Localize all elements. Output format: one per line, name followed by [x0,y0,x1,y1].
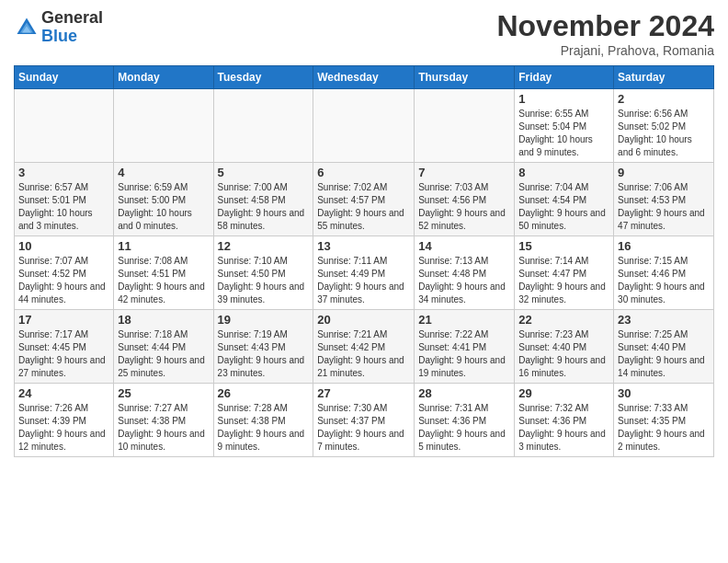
logo-text: General Blue [41,9,103,46]
day-info: Sunrise: 7:13 AM Sunset: 4:48 PM Dayligh… [418,255,510,306]
week-row-0: 1Sunrise: 6:55 AM Sunset: 5:04 PM Daylig… [15,89,714,163]
day-info: Sunrise: 7:26 AM Sunset: 4:39 PM Dayligh… [18,402,109,454]
day-info: Sunrise: 7:23 AM Sunset: 4:40 PM Dayligh… [518,328,609,380]
day-cell: 22Sunrise: 7:23 AM Sunset: 4:40 PM Dayli… [515,310,614,384]
day-number: 5 [218,166,310,179]
day-number: 11 [118,239,209,253]
day-info: Sunrise: 7:27 AM Sunset: 4:38 PM Dayligh… [118,402,209,454]
day-info: Sunrise: 7:14 AM Sunset: 4:47 PM Dayligh… [518,255,609,306]
day-cell: 2Sunrise: 6:56 AM Sunset: 5:02 PM Daylig… [614,89,714,163]
day-cell: 3Sunrise: 6:57 AM Sunset: 5:01 PM Daylig… [15,163,114,236]
day-info: Sunrise: 7:04 AM Sunset: 4:54 PM Dayligh… [518,181,609,233]
day-cell: 16Sunrise: 7:15 AM Sunset: 4:46 PM Dayli… [614,236,714,310]
day-number: 14 [418,239,510,253]
day-info: Sunrise: 6:59 AM Sunset: 5:00 PM Dayligh… [118,181,209,233]
day-cell: 10Sunrise: 7:07 AM Sunset: 4:52 PM Dayli… [15,236,114,310]
day-cell [313,89,415,163]
day-cell: 19Sunrise: 7:19 AM Sunset: 4:43 PM Dayli… [213,310,313,384]
day-number: 28 [418,386,510,400]
logo-icon [14,15,40,40]
day-number: 10 [18,239,109,253]
day-cell: 26Sunrise: 7:28 AM Sunset: 4:38 PM Dayli… [213,384,313,457]
day-info: Sunrise: 7:31 AM Sunset: 4:36 PM Dayligh… [418,402,510,454]
day-cell: 6Sunrise: 7:02 AM Sunset: 4:57 PM Daylig… [313,163,415,236]
day-cell: 7Sunrise: 7:03 AM Sunset: 4:56 PM Daylig… [415,163,515,236]
day-number: 29 [518,386,609,400]
day-number: 7 [418,166,510,179]
day-cell: 18Sunrise: 7:18 AM Sunset: 4:44 PM Dayli… [114,310,213,384]
day-info: Sunrise: 7:15 AM Sunset: 4:46 PM Dayligh… [618,255,710,306]
day-number: 8 [518,166,609,179]
day-number: 18 [118,313,209,327]
day-cell: 29Sunrise: 7:32 AM Sunset: 4:36 PM Dayli… [515,384,614,457]
day-cell: 23Sunrise: 7:25 AM Sunset: 4:40 PM Dayli… [614,310,714,384]
day-info: Sunrise: 7:18 AM Sunset: 4:44 PM Dayligh… [118,328,209,380]
day-info: Sunrise: 7:06 AM Sunset: 4:53 PM Dayligh… [618,181,710,233]
day-number: 1 [518,92,609,106]
day-cell [114,89,213,163]
day-cell: 17Sunrise: 7:17 AM Sunset: 4:45 PM Dayli… [15,310,114,384]
week-row-1: 3Sunrise: 6:57 AM Sunset: 5:01 PM Daylig… [15,163,714,236]
day-number: 22 [518,313,609,327]
day-info: Sunrise: 7:03 AM Sunset: 4:56 PM Dayligh… [418,181,510,233]
day-cell: 27Sunrise: 7:30 AM Sunset: 4:37 PM Dayli… [313,384,415,457]
day-cell: 21Sunrise: 7:22 AM Sunset: 4:41 PM Dayli… [415,310,515,384]
day-info: Sunrise: 7:28 AM Sunset: 4:38 PM Dayligh… [218,402,310,454]
day-info: Sunrise: 7:33 AM Sunset: 4:35 PM Dayligh… [618,402,710,454]
day-number: 13 [317,239,410,253]
day-number: 6 [317,166,410,179]
day-info: Sunrise: 6:55 AM Sunset: 5:04 PM Dayligh… [518,108,609,159]
day-number: 9 [618,166,710,179]
day-cell: 13Sunrise: 7:11 AM Sunset: 4:49 PM Dayli… [313,236,415,310]
day-number: 26 [218,386,310,400]
day-number: 27 [317,386,410,400]
week-row-2: 10Sunrise: 7:07 AM Sunset: 4:52 PM Dayli… [15,236,714,310]
page-container: General Blue November 2024 Prajani, Prah… [0,0,728,466]
day-number: 4 [118,166,209,179]
logo-blue: Blue [41,27,77,45]
day-info: Sunrise: 7:07 AM Sunset: 4:52 PM Dayligh… [18,255,109,306]
day-info: Sunrise: 6:56 AM Sunset: 5:02 PM Dayligh… [618,108,710,159]
day-info: Sunrise: 7:25 AM Sunset: 4:40 PM Dayligh… [618,328,710,380]
day-info: Sunrise: 7:30 AM Sunset: 4:37 PM Dayligh… [317,402,410,454]
day-cell: 15Sunrise: 7:14 AM Sunset: 4:47 PM Dayli… [515,236,614,310]
day-cell: 25Sunrise: 7:27 AM Sunset: 4:38 PM Dayli… [114,384,213,457]
day-info: Sunrise: 7:17 AM Sunset: 4:45 PM Dayligh… [18,328,109,380]
logo-general: General [41,8,103,27]
header-tuesday: Tuesday [213,66,313,89]
day-cell: 4Sunrise: 6:59 AM Sunset: 5:00 PM Daylig… [114,163,213,236]
day-info: Sunrise: 7:32 AM Sunset: 4:36 PM Dayligh… [518,402,609,454]
day-info: Sunrise: 7:02 AM Sunset: 4:57 PM Dayligh… [317,181,410,233]
day-number: 19 [218,313,310,327]
header: General Blue November 2024 Prajani, Prah… [14,9,714,58]
day-cell [415,89,515,163]
header-thursday: Thursday [415,66,515,89]
week-row-4: 24Sunrise: 7:26 AM Sunset: 4:39 PM Dayli… [15,384,714,457]
day-cell: 11Sunrise: 7:08 AM Sunset: 4:51 PM Dayli… [114,236,213,310]
day-cell: 20Sunrise: 7:21 AM Sunset: 4:42 PM Dayli… [313,310,415,384]
weekday-header-row: Sunday Monday Tuesday Wednesday Thursday… [15,66,714,89]
day-number: 20 [317,313,410,327]
logo: General Blue [14,9,103,46]
day-cell: 24Sunrise: 7:26 AM Sunset: 4:39 PM Dayli… [15,384,114,457]
month-title: November 2024 [496,9,714,43]
header-sunday: Sunday [15,66,114,89]
day-cell: 14Sunrise: 7:13 AM Sunset: 4:48 PM Dayli… [415,236,515,310]
location: Prajani, Prahova, Romania [496,43,714,58]
day-cell: 5Sunrise: 7:00 AM Sunset: 4:58 PM Daylig… [213,163,313,236]
day-number: 3 [18,166,109,179]
header-monday: Monday [114,66,213,89]
day-info: Sunrise: 7:00 AM Sunset: 4:58 PM Dayligh… [218,181,310,233]
title-section: November 2024 Prajani, Prahova, Romania [496,9,714,58]
day-cell: 12Sunrise: 7:10 AM Sunset: 4:50 PM Dayli… [213,236,313,310]
day-info: Sunrise: 7:10 AM Sunset: 4:50 PM Dayligh… [218,255,310,306]
header-saturday: Saturday [614,66,714,89]
header-friday: Friday [515,66,614,89]
day-info: Sunrise: 7:11 AM Sunset: 4:49 PM Dayligh… [317,255,410,306]
day-number: 16 [618,239,710,253]
day-number: 24 [18,386,109,400]
day-info: Sunrise: 7:08 AM Sunset: 4:51 PM Dayligh… [118,255,209,306]
day-cell: 30Sunrise: 7:33 AM Sunset: 4:35 PM Dayli… [614,384,714,457]
day-cell: 1Sunrise: 6:55 AM Sunset: 5:04 PM Daylig… [515,89,614,163]
day-info: Sunrise: 7:19 AM Sunset: 4:43 PM Dayligh… [218,328,310,380]
